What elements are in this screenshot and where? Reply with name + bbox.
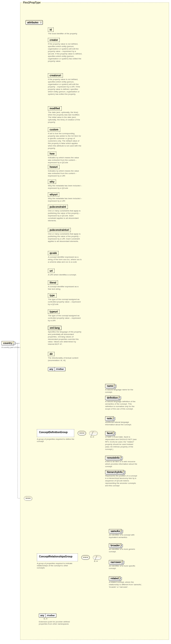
attr-pubconstrainturi[interactable]: pubconstrainturiOne or many constraints …	[48, 228, 82, 243]
choice-node[interactable]	[89, 431, 98, 435]
choice-node[interactable]	[93, 555, 101, 560]
attr-doc: A URI which identifies a concept.	[48, 274, 82, 276]
any-other-element[interactable]: any ##other	[39, 614, 56, 618]
expand-icon[interactable]: +	[114, 385, 117, 387]
attr-type[interactable]: typeThe type of the concept assigned as …	[48, 293, 82, 306]
attr-label: why	[48, 180, 56, 184]
element-broader[interactable]: broader+	[109, 543, 121, 548]
attr-qcode[interactable]: qcodeA concept identifier expressed as a…	[48, 251, 82, 263]
attr-label: dir	[48, 352, 54, 356]
attr-label: whyuri	[48, 192, 59, 196]
element-doc: A natural language definition of the sem…	[105, 400, 138, 410]
element-hierarchyInfo[interactable]: hierarchyInfo+	[105, 470, 124, 474]
expand-icon[interactable]: +	[120, 544, 123, 547]
occurrence: 0..∞	[94, 560, 98, 562]
attr-doc: If set to true the corresponding propert…	[48, 132, 82, 150]
attr-label: typeuri	[48, 310, 59, 314]
element-doc: Represents the position of a concept in …	[105, 475, 138, 487]
element-doc: In NAR 1.8 and later, facet is deprecate…	[105, 436, 138, 450]
attr-doc: Indicates by which means the value was e…	[48, 156, 82, 164]
attr-doc: A concept identifier expressed as a stri…	[48, 256, 82, 263]
any-doc: Extension point for provider-defined pro…	[39, 620, 71, 625]
attr-doc: Why the metadata has been included – exp…	[48, 184, 82, 190]
attr-label: creator	[48, 38, 60, 42]
attr-creatoruri[interactable]: creatoruriIf the property value is not d…	[48, 73, 82, 96]
sequence-node[interactable]	[81, 555, 90, 560]
attr-doc: If the property value is not defined, sp…	[48, 43, 82, 62]
expand-icon[interactable]: +	[120, 456, 123, 459]
attr-how[interactable]: howIndicates by which means the value wa…	[48, 152, 82, 164]
attr-why[interactable]: whyWhy the metadata has been included – …	[48, 180, 82, 190]
attr-doc: Why the metadata has been included – exp…	[48, 197, 82, 202]
any-ns: ##other	[46, 614, 56, 617]
attr-creator[interactable]: creatorIf the property value is not defi…	[48, 38, 82, 62]
type-title: Flex1PropType	[22, 1, 41, 4]
attr-doc: One or many constraints that apply to pu…	[48, 233, 82, 243]
element-name[interactable]: name+	[105, 384, 115, 388]
expand-icon[interactable]: +	[118, 396, 121, 399]
element-remoteInfo[interactable]: remoteInfo+	[105, 456, 121, 460]
element-doc: An identifier of a more specific concept…	[109, 565, 142, 570]
attr-literal[interactable]: literalA concept identifier expressed as…	[48, 280, 82, 290]
expand-icon[interactable]: +	[113, 432, 116, 434]
element-narrower[interactable]: narrower+	[109, 560, 123, 564]
attr-label: how	[48, 152, 56, 156]
attr-label: pubconstraint	[48, 205, 68, 209]
element-related[interactable]: related+	[109, 576, 120, 580]
attr-uri[interactable]: uriA URI which identifies a concept.	[48, 269, 82, 276]
element-doc: A link to an item or a web resource whic…	[105, 460, 138, 468]
attributes-label: attributes	[27, 21, 39, 24]
element-doc: An identifier of a more generic concept.	[109, 548, 142, 553]
expand-icon[interactable]: +	[119, 577, 122, 580]
expand-icon[interactable]: +	[123, 471, 126, 474]
attr-doc: The directionality of textual content (e…	[48, 357, 82, 362]
expand-icon[interactable]: +	[120, 530, 123, 532]
group-def-title: ConceptDefinitionGroup	[39, 431, 68, 434]
attr-doc: Indicates by which means the value was e…	[48, 170, 82, 177]
type-panel: Flex1PropType	[20, 2, 169, 640]
group-rel-title: ConceptRelationshipsGroup	[39, 555, 72, 558]
element-doc: An identifier of a concept with equivale…	[109, 534, 142, 539]
attr-modified[interactable]: modifiedThe date (and, optionally, the t…	[48, 106, 82, 124]
any-other-attribute[interactable]: any##other	[48, 367, 65, 371]
attr-custom[interactable]: customIf set to true the corresponding p…	[48, 128, 82, 150]
attr-doc: The type of the concept assigned as cont…	[48, 314, 82, 322]
sequence-node[interactable]	[78, 431, 86, 435]
element-doc: A related concept, where the relationshi…	[109, 581, 142, 588]
attr-doc: Specifies the language of this property …	[48, 331, 82, 346]
attr-id[interactable]: idThe local identifier of the property.	[48, 28, 82, 35]
attr-label: qcode	[48, 251, 58, 255]
element-definition[interactable]: definition+	[105, 396, 120, 400]
attr-xml-lang[interactable]: xml:langSpecifies the language of this p…	[48, 326, 82, 346]
attr-label: literal	[48, 280, 58, 285]
root-element[interactable]: country −	[1, 341, 14, 345]
attr-label: howuri	[48, 165, 59, 169]
attr-doc: The local identifier of the property.	[48, 32, 82, 35]
attr-label: pubconstrainturi	[48, 228, 71, 232]
group-concept-definition[interactable]: ConceptDefinitionGroup	[37, 429, 74, 437]
element-facet[interactable]: facet+	[105, 431, 114, 435]
any-label: any	[48, 368, 55, 371]
sequence-node[interactable]	[24, 496, 32, 500]
expand-icon[interactable]: +	[113, 417, 115, 420]
expand-icon[interactable]: −	[13, 342, 15, 344]
attr-label: custom	[48, 128, 60, 132]
any-ns: ##other	[55, 368, 65, 371]
attr-label: uri	[48, 269, 54, 273]
attr-doc: One or many constraints that apply to pu…	[48, 210, 82, 222]
attributes-node[interactable]: attributes	[25, 20, 43, 24]
attr-dir[interactable]: dirThe directionality of textual content…	[48, 352, 82, 362]
element-note[interactable]: note+	[105, 416, 114, 420]
attr-label: creatoruri	[48, 73, 63, 78]
attr-label: id	[48, 28, 54, 32]
attr-howuri[interactable]: howuriIndicates by which means the value…	[48, 165, 82, 177]
attr-typeuri[interactable]: typeuriThe type of the concept assigned …	[48, 310, 82, 322]
attr-label: xml:lang	[48, 326, 61, 330]
expand-icon[interactable]: +	[122, 561, 124, 564]
attr-pubconstraint[interactable]: pubconstraintOne or many constraints tha…	[48, 205, 82, 222]
attr-doc: If the property value is not defined, sp…	[48, 78, 82, 96]
group-concept-relationships[interactable]: ConceptRelationshipsGroup	[37, 554, 78, 561]
attr-whyuri[interactable]: whyuriWhy the metadata has been included…	[48, 192, 82, 202]
group-def-doc: A group of properties required to define…	[37, 438, 76, 442]
element-sameAs[interactable]: sameAs+	[109, 529, 122, 533]
